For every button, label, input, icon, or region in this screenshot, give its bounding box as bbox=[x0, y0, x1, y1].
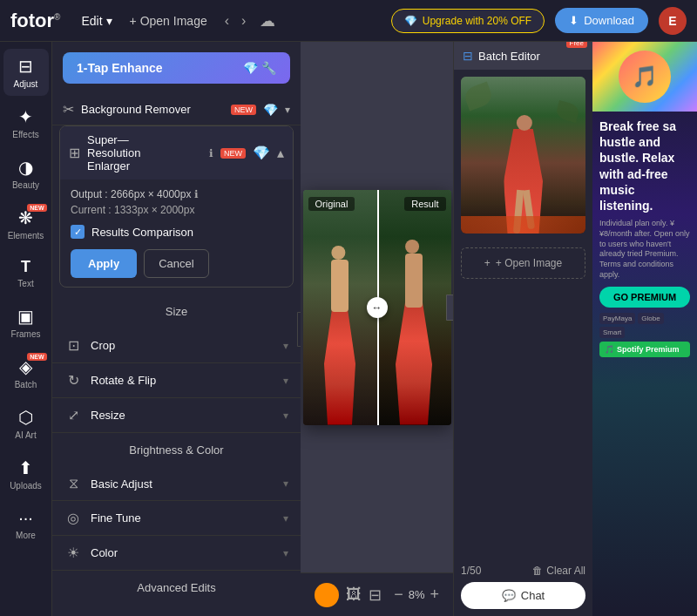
download-button[interactable]: ⬇ Download bbox=[555, 8, 648, 33]
info-icon[interactable]: ℹ bbox=[209, 147, 213, 159]
color-icon: ☀ bbox=[64, 545, 82, 561]
new-badge-elements: NEW bbox=[27, 204, 46, 212]
nav-arrows: ‹ › bbox=[221, 10, 250, 32]
text-icon: T bbox=[21, 258, 30, 276]
output-info: Output : 2666px × 4000px ℹ bbox=[71, 188, 282, 200]
fine-tune-icon: ◎ bbox=[64, 510, 82, 526]
image-count: 1/50 bbox=[461, 565, 481, 577]
fine-tune-item[interactable]: ◎ Fine Tune ▾ bbox=[52, 501, 301, 536]
sidebar-item-batch[interactable]: NEW ◈ Batch bbox=[3, 349, 49, 396]
color-picker[interactable] bbox=[315, 583, 339, 607]
sidebar-item-text[interactable]: T Text bbox=[3, 251, 49, 295]
rotate-icon: ↻ bbox=[64, 372, 82, 389]
chevron-down-icon-fine: ▾ bbox=[283, 512, 288, 525]
advanced-section-header: Advanced Edits bbox=[52, 571, 301, 605]
ad-logos: PayMaya Globe Smart bbox=[599, 313, 690, 338]
expand-icon: ⊞ bbox=[69, 145, 80, 161]
ad-note: Individual plan only. ¥¥8/month after. O… bbox=[599, 219, 690, 280]
rotate-flip-item[interactable]: ↻ Rotate & Flip ▾ bbox=[52, 363, 301, 398]
trash-icon: 🗑 bbox=[532, 565, 543, 577]
chevron-down-icon-rotate: ▾ bbox=[283, 375, 288, 387]
sidebar-item-effects[interactable]: ✦ Effects bbox=[3, 99, 49, 146]
cancel-button[interactable]: Cancel bbox=[144, 249, 208, 278]
image-mode-icon[interactable]: 🖼 bbox=[346, 586, 362, 604]
brightness-section-header: Brightness & Color bbox=[52, 433, 301, 467]
sidebar-item-adjust[interactable]: ⊟ Adjust bbox=[3, 49, 49, 96]
panel-header: 1-Tap Enhance 💎 🔧 bbox=[52, 42, 301, 94]
diamond-icon: 💎 bbox=[243, 61, 258, 75]
uploads-icon: ⬆ bbox=[18, 457, 33, 478]
upgrade-button[interactable]: 💎 Upgrade with 20% OFF bbox=[391, 9, 545, 33]
logo: fotor® bbox=[10, 10, 60, 32]
action-buttons: Apply Cancel bbox=[71, 249, 282, 278]
image-comparison[interactable]: Original Result bbox=[303, 190, 451, 425]
apply-button[interactable]: Apply bbox=[71, 249, 137, 278]
sidebar-item-elements[interactable]: NEW ❋ Elements bbox=[3, 200, 49, 247]
forward-button[interactable]: › bbox=[238, 10, 249, 32]
canvas-content: Original Result › bbox=[301, 42, 453, 572]
count-row: 1/50 🗑 Clear All bbox=[461, 565, 585, 577]
diamond-badge-bg: 💎 bbox=[263, 103, 278, 117]
main-layout: ⊟ Adjust ✦ Effects ◑ Beauty NEW ❋ Elemen… bbox=[0, 42, 697, 616]
clear-all-button[interactable]: 🗑 Clear All bbox=[532, 565, 585, 577]
beauty-icon: ◑ bbox=[18, 157, 33, 178]
size-section-header: Size bbox=[52, 294, 301, 328]
resize-item[interactable]: ⤢ Resize ▾ bbox=[52, 398, 301, 433]
resize-icon: ⤢ bbox=[64, 407, 82, 423]
current-info: Current : 1333px × 2000px bbox=[71, 204, 282, 216]
go-premium-button[interactable]: GO PREMIUM bbox=[599, 287, 690, 308]
chat-button[interactable]: 💬 Chat bbox=[461, 582, 585, 609]
ad-title: Break free sa hustle and bustle. Relax w… bbox=[599, 118, 690, 213]
super-resolution-section: ⊞ Super—ResolutionEnlarger ℹ NEW 💎 ▴ Out… bbox=[59, 125, 294, 288]
enhance-button[interactable]: 1-Tap Enhance 💎 🔧 bbox=[63, 52, 290, 84]
batch-title: Batch Editor bbox=[478, 50, 540, 63]
sidebar-item-frames[interactable]: ▣ Frames bbox=[3, 299, 49, 346]
canvas-bottom-toolbar: 🖼 ⊟ − 8% + bbox=[301, 572, 453, 616]
ad-panel: 🎵 Break free sa hustle and bustle. Relax… bbox=[592, 42, 697, 616]
canvas-expand-arrow[interactable]: › bbox=[446, 294, 453, 321]
chat-icon: 💬 bbox=[502, 589, 516, 602]
crop-item[interactable]: ⊡ Crop ▾ bbox=[52, 328, 301, 363]
chevron-down-icon-resize: ▾ bbox=[283, 410, 288, 422]
batch-header: Free ⊟ Batch Editor bbox=[454, 42, 592, 70]
edit-button[interactable]: Edit ▾ bbox=[74, 10, 118, 31]
avatar[interactable]: E bbox=[659, 7, 687, 35]
comparison-handle[interactable] bbox=[367, 297, 388, 318]
scissors-icon: ✂ bbox=[63, 101, 74, 118]
zoom-in-button[interactable]: + bbox=[430, 586, 439, 604]
batch-bottom: 1/50 🗑 Clear All 💬 Chat bbox=[454, 558, 592, 616]
zoom-controls: − 8% + bbox=[394, 586, 439, 604]
original-label: Original bbox=[308, 197, 355, 211]
panel-collapse-handle[interactable]: ‹ bbox=[297, 312, 301, 347]
globe-logo: Globe bbox=[638, 313, 663, 324]
comparison-row: Results Comparison bbox=[71, 225, 282, 239]
sidebar-item-beauty[interactable]: ◑ Beauty bbox=[3, 150, 49, 197]
zoom-out-button[interactable]: − bbox=[394, 586, 403, 604]
back-button[interactable]: ‹ bbox=[221, 10, 233, 32]
sidebar-item-more[interactable]: ··· More bbox=[3, 501, 49, 547]
basic-adjust-item[interactable]: ⧖ Basic Adjust ▾ bbox=[52, 467, 301, 501]
image-right bbox=[377, 190, 451, 425]
split-view-icon[interactable]: ⊟ bbox=[369, 586, 382, 605]
open-image-row[interactable]: + + Open Image bbox=[461, 247, 585, 279]
background-remover-row[interactable]: ✂ Background Remover NEW 💎 ▾ bbox=[52, 94, 301, 125]
open-image-button[interactable]: + Open Image bbox=[130, 14, 207, 28]
output-info-icon[interactable]: ℹ bbox=[194, 188, 199, 200]
header: fotor® Edit ▾ + Open Image ‹ › ☁ 💎 Upgra… bbox=[0, 0, 697, 42]
zoom-level: 8% bbox=[409, 588, 425, 601]
cloud-button[interactable]: ☁ bbox=[260, 11, 275, 30]
batch-editor-icon: ⊟ bbox=[463, 49, 473, 63]
panel: 1-Tap Enhance 💎 🔧 ✂ Background Remover N… bbox=[52, 42, 301, 616]
comparison-checkbox[interactable] bbox=[71, 225, 85, 239]
sidebar-item-uploads[interactable]: ⬆ Uploads bbox=[3, 450, 49, 498]
super-resolution-header[interactable]: ⊞ Super—ResolutionEnlarger ℹ NEW 💎 ▴ bbox=[60, 126, 293, 179]
sliders-icon: ⧖ bbox=[64, 476, 82, 491]
left-sidebar: ⊟ Adjust ✦ Effects ◑ Beauty NEW ❋ Elemen… bbox=[0, 42, 52, 616]
chevron-up-icon: ▴ bbox=[277, 145, 284, 161]
wrench-icon: 🔧 bbox=[261, 61, 276, 75]
color-item[interactable]: ☀ Color ▾ bbox=[52, 536, 301, 571]
sidebar-item-ai-art[interactable]: ⬡ AI Art bbox=[3, 400, 49, 447]
batch-image-preview bbox=[461, 77, 585, 234]
chevron-down-icon-basic: ▾ bbox=[283, 477, 288, 490]
ad-illustration: 🎵 bbox=[592, 42, 697, 112]
